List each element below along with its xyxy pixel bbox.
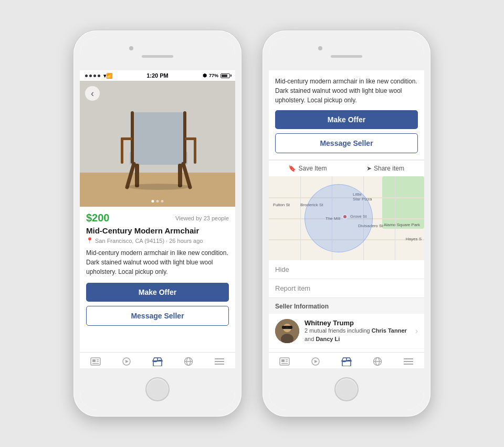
right-phone-top-bezel bbox=[269, 37, 424, 70]
svg-rect-39 bbox=[286, 359, 288, 360]
seller-mutual-friends: 2 mutual friends including Chris Tanner … bbox=[304, 327, 410, 343]
svg-rect-18 bbox=[97, 361, 99, 362]
signal-dot-2 bbox=[89, 74, 92, 77]
product-views: Viewed by 23 people bbox=[175, 215, 229, 221]
status-time: 1:20 PM bbox=[146, 72, 169, 79]
make-offer-button[interactable]: Make Offer bbox=[86, 283, 229, 302]
battery-fill bbox=[222, 74, 227, 77]
hayes-label: Hayes S bbox=[406, 237, 422, 241]
chair-illustration bbox=[80, 81, 235, 207]
signal-dot-3 bbox=[93, 74, 96, 77]
seller-chevron-icon: › bbox=[415, 326, 418, 336]
video-icon bbox=[121, 357, 132, 366]
home-button[interactable] bbox=[145, 377, 170, 401]
nav-video[interactable] bbox=[111, 357, 142, 366]
right-menu-icon bbox=[404, 358, 413, 365]
signal-dot-1 bbox=[85, 74, 88, 77]
product-title: Mid-Century Modern Armchair bbox=[86, 226, 229, 235]
price-row: $200 Viewed by 23 people bbox=[86, 212, 229, 224]
product-image: ‹ bbox=[80, 81, 235, 207]
hide-button[interactable]: Hide bbox=[269, 260, 424, 279]
share-label: Share item bbox=[374, 165, 404, 172]
image-carousel-dots bbox=[152, 200, 164, 203]
svg-rect-10 bbox=[135, 164, 139, 187]
svg-rect-41 bbox=[281, 363, 288, 364]
fulton-st-label: Fulton St bbox=[273, 203, 290, 207]
right-home-button[interactable] bbox=[334, 377, 359, 401]
save-item-button[interactable]: 🔖 Save Item bbox=[269, 165, 346, 172]
wifi-icon: ▾📶 bbox=[103, 73, 112, 79]
signal-area: ▾📶 bbox=[85, 73, 112, 79]
right-nav-menu[interactable] bbox=[393, 357, 424, 366]
street-v4 bbox=[395, 176, 395, 260]
speaker bbox=[142, 55, 173, 58]
product-info: $200 Viewed by 23 people Mid-Century Mod… bbox=[80, 207, 235, 331]
location-map[interactable]: LittleStar Pizza Fulton St Grove St Alam… bbox=[269, 176, 424, 260]
bluetooth-icon: ⬢ bbox=[203, 73, 207, 78]
save-label: Save Item bbox=[298, 165, 327, 172]
right-globe-icon bbox=[373, 357, 382, 366]
back-button[interactable]: ‹ bbox=[85, 86, 100, 101]
right-nav-news[interactable] bbox=[269, 357, 300, 366]
svg-rect-9 bbox=[194, 137, 196, 164]
dot-2 bbox=[156, 200, 159, 203]
battery-area: ⬢ 77% bbox=[203, 73, 230, 78]
right-nav-video[interactable] bbox=[300, 357, 331, 366]
seller-row[interactable]: Whitney Trump 2 mutual friends including… bbox=[275, 319, 418, 343]
right-phone: Mid-century modern armchair in like new … bbox=[262, 30, 430, 417]
dot-3 bbox=[161, 200, 164, 203]
svg-rect-33 bbox=[288, 326, 292, 329]
seller-section-title: Seller Information bbox=[275, 303, 329, 310]
nav-news[interactable] bbox=[80, 357, 111, 366]
message-seller-button[interactable]: Message Seller bbox=[86, 306, 229, 326]
svg-rect-16 bbox=[92, 359, 96, 362]
marketplace-icon bbox=[152, 357, 163, 366]
seller-section: Whitney Trump 2 mutual friends including… bbox=[269, 314, 424, 348]
left-phone: ▾📶 1:20 PM ⬢ 77% bbox=[74, 30, 242, 417]
report-item-button[interactable]: Report item bbox=[269, 279, 424, 298]
right-news-icon bbox=[279, 357, 290, 366]
svg-rect-17 bbox=[97, 359, 99, 360]
dot-1 bbox=[152, 200, 154, 203]
signal-dot-4 bbox=[98, 74, 100, 77]
avatar-illustration bbox=[275, 319, 299, 343]
phone-bottom-bezel bbox=[80, 368, 235, 410]
battery-percent: 77% bbox=[209, 73, 218, 78]
globe-icon bbox=[184, 357, 193, 366]
left-screen: ▾📶 1:20 PM ⬢ 77% bbox=[80, 70, 235, 368]
bookmark-icon: 🔖 bbox=[288, 165, 296, 172]
seller-info: Whitney Trump 2 mutual friends including… bbox=[304, 319, 410, 343]
right-phone-bottom-bezel bbox=[269, 368, 424, 410]
phone-top-bezel bbox=[80, 37, 235, 70]
detail-description: Mid-century modern armchair in like new … bbox=[275, 77, 418, 105]
share-item-button[interactable]: ➤ Share item bbox=[346, 165, 424, 172]
seller-section-header: Seller Information bbox=[269, 298, 424, 314]
right-screen: Mid-century modern armchair in like new … bbox=[269, 70, 424, 368]
product-meta: 📍 San Francisco, CA (94115) · 26 hours a… bbox=[86, 237, 229, 244]
right-screen-content: Mid-century modern armchair in like new … bbox=[269, 70, 424, 352]
svg-rect-19 bbox=[92, 363, 99, 364]
svg-point-14 bbox=[127, 184, 190, 190]
product-location: San Francisco, CA (94115) · 26 hours ago bbox=[95, 238, 203, 244]
seller-avatar bbox=[275, 319, 299, 343]
news-icon bbox=[90, 357, 101, 366]
bottom-navigation bbox=[80, 352, 235, 368]
alamo-sq-label: Alamo Square Park bbox=[384, 222, 420, 227]
nav-globe[interactable] bbox=[173, 357, 204, 366]
svg-rect-11 bbox=[178, 164, 182, 187]
right-nav-globe[interactable] bbox=[362, 357, 393, 366]
svg-rect-32 bbox=[282, 326, 286, 329]
product-price: $200 bbox=[86, 212, 110, 224]
right-speaker bbox=[331, 55, 362, 58]
right-message-seller-button[interactable]: Message Seller bbox=[275, 133, 418, 153]
right-make-offer-button[interactable]: Make Offer bbox=[275, 110, 418, 129]
map-park bbox=[382, 176, 424, 229]
nav-menu[interactable] bbox=[204, 357, 235, 366]
detail-header: Mid-century modern armchair in like new … bbox=[269, 70, 424, 160]
share-icon: ➤ bbox=[366, 165, 372, 172]
svg-rect-2 bbox=[132, 112, 185, 154]
svg-rect-3 bbox=[130, 152, 187, 165]
front-camera bbox=[129, 46, 133, 50]
nav-marketplace[interactable] bbox=[142, 357, 173, 366]
right-nav-marketplace[interactable] bbox=[331, 357, 362, 366]
